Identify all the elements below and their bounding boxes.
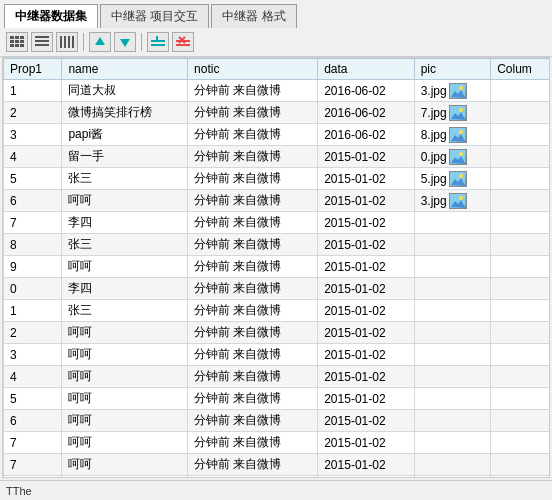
cell-prop1: 5 [4,168,62,190]
table-row[interactable]: 1同道大叔分钟前 来自微博2016-06-023.jpg [4,80,551,102]
cell-notic: 分钟前 来自微博 [188,432,318,454]
svg-point-36 [459,152,463,156]
cell-colum [491,234,550,256]
cell-name: 呵呵 [62,366,188,388]
cell-colum [491,212,550,234]
col-header-colum[interactable]: Colum [491,59,550,80]
cell-prop1: 3 [4,124,62,146]
col-header-prop1[interactable]: Prop1 [4,59,62,80]
cell-pic [414,322,491,344]
cell-prop1: 7 [4,454,62,476]
svg-rect-14 [68,36,70,48]
cell-name: 李四 [62,278,188,300]
table-row[interactable]: 3呵呵分钟前 来自微博2015-01-02 [4,344,551,366]
svg-point-42 [459,196,463,200]
cell-pic [414,366,491,388]
svg-rect-1 [15,36,19,39]
table-row[interactable]: 2微博搞笑排行榜分钟前 来自微博2016-06-027.jpg [4,102,551,124]
grid-icon-3[interactable] [56,32,78,52]
tab-2[interactable]: 中继器 格式 [211,4,296,28]
svg-rect-7 [15,44,19,47]
grid-icon-1[interactable] [6,32,28,52]
cell-prop1: 2 [4,322,62,344]
cell-pic [414,344,491,366]
move-up-button[interactable] [89,32,111,52]
delete-row-button[interactable] [172,32,194,52]
table-row[interactable]: 1张三分钟前 来自微博2015-01-02 [4,300,551,322]
table-row[interactable]: 2呵呵分钟前 来自微博2015-01-02 [4,322,551,344]
image-preview-icon[interactable] [449,149,467,165]
cell-pic [414,212,491,234]
cell-colum [491,124,550,146]
grid-icon-2[interactable] [31,32,53,52]
table-row[interactable]: 4留一手分钟前 来自微博2015-01-020.jpg [4,146,551,168]
cell-pic: 0.jpg [414,146,491,168]
data-table-container[interactable]: Prop1 name notic data pic Colum 1同道大叔分钟前… [2,57,550,478]
tab-1[interactable]: 中继器 项目交互 [100,4,209,28]
col-header-name[interactable]: name [62,59,188,80]
cell-notic: 分钟前 来自微博 [188,190,318,212]
add-row-button[interactable] [147,32,169,52]
cell-prop1: 7 [4,432,62,454]
col-header-data[interactable]: data [318,59,414,80]
cell-data: 2016-06-02 [318,80,414,102]
table-row[interactable]: 5张三分钟前 来自微博2015-01-025.jpg [4,168,551,190]
cell-prop1: 4 [4,366,62,388]
data-table: Prop1 name notic data pic Colum 1同道大叔分钟前… [3,58,550,478]
col-header-pic[interactable]: pic [414,59,491,80]
svg-rect-8 [20,44,24,47]
cell-pic: 7.jpg [414,102,491,124]
cell-pic [414,454,491,476]
cell-data: 2015-01-02 [318,322,414,344]
table-row[interactable]: 9呵呵分钟前 来自微博2015-01-02 [4,256,551,278]
table-row[interactable]: 8张三分钟前 来自微博2015-01-02 [4,234,551,256]
svg-point-30 [459,108,463,112]
cell-name: 呵呵 [62,322,188,344]
tab-0[interactable]: 中继器数据集 [4,4,98,28]
cell-name: 呵呵 [62,388,188,410]
cell-notic: 分钟前 来自微博 [188,212,318,234]
cell-colum [491,366,550,388]
cell-data: 2015-01-02 [318,300,414,322]
cell-data: 2016-06-02 [318,102,414,124]
image-preview-icon[interactable] [449,127,467,143]
image-preview-icon[interactable] [449,171,467,187]
table-row[interactable]: 7呵呵分钟前 来自微博2015-01-02 [4,432,551,454]
cell-name: 呵呵 [62,476,188,479]
table-row[interactable]: 5呵呵分钟前 来自微博2015-01-02 [4,388,551,410]
cell-prop1: 6 [4,410,62,432]
cell-name: 张三 [62,168,188,190]
svg-rect-3 [10,40,14,43]
table-row[interactable]: 6呵呵分钟前 来自微博2015-01-023.jpg [4,190,551,212]
svg-rect-22 [176,44,190,46]
cell-notic: 分钟前 来自微博 [188,102,318,124]
cell-pic: 8.jpg [414,124,491,146]
table-row[interactable]: 7李四分钟前 来自微博2015-01-02 [4,212,551,234]
cell-data: 2015-01-02 [318,476,414,479]
cell-prop1: 2 [4,102,62,124]
cell-pic: 3.jpg [414,80,491,102]
svg-rect-20 [156,36,158,42]
image-preview-icon[interactable] [449,105,467,121]
col-header-notic[interactable]: notic [188,59,318,80]
cell-data: 2015-01-02 [318,366,414,388]
move-down-button[interactable] [114,32,136,52]
table-row[interactable]: 3papi酱分钟前 来自微博2016-06-028.jpg [4,124,551,146]
cell-data: 2015-01-02 [318,454,414,476]
table-row[interactable]: 7呵呵分钟前 来自微博2015-01-02 [4,454,551,476]
cell-colum [491,80,550,102]
table-row[interactable]: 6呵呵分钟前 来自微博2015-01-02 [4,410,551,432]
svg-point-33 [459,130,463,134]
main-window: 中继器数据集中继器 项目交互中继器 格式 [0,0,552,500]
cell-notic: 分钟前 来自微博 [188,256,318,278]
table-row[interactable]: 4呵呵分钟前 来自微博2015-01-02 [4,366,551,388]
svg-rect-15 [72,36,74,48]
table-row[interactable]: 0李四分钟前 来自微博2015-01-02 [4,278,551,300]
cell-data: 2015-01-02 [318,212,414,234]
cell-colum [491,454,550,476]
image-preview-icon[interactable] [449,193,467,209]
cell-colum [491,344,550,366]
image-preview-icon[interactable] [449,83,467,99]
table-row[interactable]: 7呵呵分钟前 来自微博2015-01-02 [4,476,551,479]
svg-rect-5 [20,40,24,43]
